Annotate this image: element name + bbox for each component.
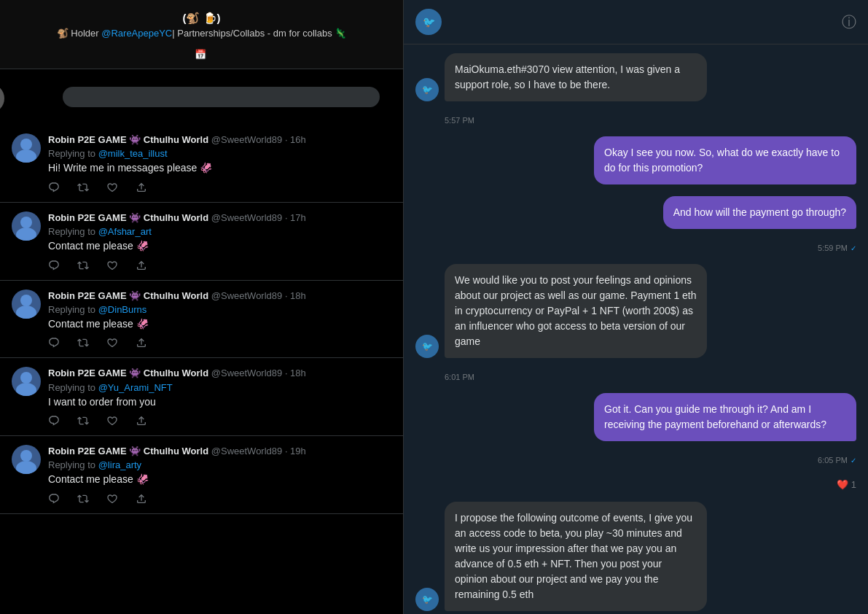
share-action[interactable] <box>136 182 147 193</box>
time-text: 5:59 PM <box>818 244 848 252</box>
tweet-actions <box>48 337 391 349</box>
retweet-action[interactable] <box>77 260 89 271</box>
tweet-reply-to: Replying to @milk_tea_illust <box>48 148 391 159</box>
retweet-action[interactable] <box>77 337 89 349</box>
dm-wrapper: 🐒 <box>12 78 391 116</box>
message-bubble: Okay I see you now. So, what do we exact… <box>594 136 856 184</box>
like-action[interactable] <box>106 415 118 427</box>
tweet-avatar <box>12 133 41 163</box>
tweet-name: Robin P2E GAME 👾 Cthulhu World <box>48 368 208 378</box>
tweet-handle: @SweetWorld89 <box>211 368 283 378</box>
share-action[interactable] <box>136 493 147 505</box>
tweet-item[interactable]: Robin P2E GAME 👾 Cthulhu World @SweetWor… <box>0 358 403 436</box>
tweet-avatar <box>12 445 41 474</box>
message-bubble: MaiOkuma.eth#3070 view attention, I was … <box>445 53 707 101</box>
tweet-handle: @SweetWorld89 <box>211 446 283 456</box>
message-time: 6:01 PM <box>445 373 856 381</box>
tweet-actions <box>48 415 391 427</box>
tweet-time: · 16h <box>285 134 306 145</box>
tweet-content: Robin P2E GAME 👾 Cthulhu World @SweetWor… <box>48 133 391 193</box>
reply-action[interactable] <box>48 182 60 193</box>
tweet-reply-to: Replying to @DinBurns <box>48 304 391 315</box>
calendar-icon: 📅 <box>195 49 206 60</box>
tweet-avatar <box>12 211 41 241</box>
tweet-header: Robin P2E GAME 👾 Cthulhu World @SweetWor… <box>48 133 391 147</box>
time-text: 6:01 PM <box>445 373 474 381</box>
share-action[interactable] <box>136 337 147 349</box>
rare-ape-link[interactable]: @RareApepeYC <box>101 28 172 39</box>
message-reaction: ❤️ 1 <box>415 479 856 490</box>
tweet-time: · 19h <box>285 446 306 456</box>
reply-action[interactable] <box>48 493 60 505</box>
retweet-action[interactable] <box>77 415 89 427</box>
tweet-time: · 18h <box>285 290 306 301</box>
message-row: Got it. Can you guide me through it? And… <box>415 393 856 441</box>
tweet-handle: @SweetWorld89 <box>211 212 283 223</box>
tweet-name: Robin P2E GAME 👾 Cthulhu World <box>48 212 208 223</box>
profile-section: (🐒 🍺) 🐒 Holder @RareApepeYC| Partnership… <box>0 0 403 69</box>
like-action[interactable] <box>106 493 118 505</box>
retweet-action[interactable] <box>77 182 89 193</box>
message-bubble: I propose the following outcome of event… <box>445 502 707 611</box>
tweets-list[interactable]: Robin P2E GAME 👾 Cthulhu World @SweetWor… <box>0 125 403 614</box>
read-receipt: ✓ <box>851 456 856 465</box>
svg-point-5 <box>16 306 36 319</box>
like-action[interactable] <box>106 260 118 271</box>
message-row: And how will the payment go through? <box>415 196 856 229</box>
message-time: 5:57 PM <box>445 116 856 125</box>
message-row: 🐦I propose the following outcome of even… <box>415 502 856 611</box>
message-row: Okay I see you now. So, what do we exact… <box>415 136 856 184</box>
info-icon[interactable]: ⓘ <box>842 12 856 32</box>
reply-action[interactable] <box>48 260 60 271</box>
profile-name: (🐒 🍺) <box>15 12 388 25</box>
tweet-name: Robin P2E GAME 👾 Cthulhu World <box>48 290 208 301</box>
reply-handle[interactable]: @lira_arty <box>98 459 141 470</box>
reply-handle[interactable]: @Afshar_art <box>98 226 152 237</box>
tweet-header: Robin P2E GAME 👾 Cthulhu World @SweetWor… <box>48 289 391 303</box>
tweet-text: Hi! Write me in messages please 🦑 <box>48 161 391 176</box>
tweet-text: I want to order from you <box>48 395 391 410</box>
dm-bubble <box>63 87 380 107</box>
message-bubble: And how will the payment go through? <box>663 196 856 229</box>
share-action[interactable] <box>136 260 147 271</box>
reply-handle[interactable]: @DinBurns <box>98 304 147 315</box>
tweet-header: Robin P2E GAME 👾 Cthulhu World @SweetWor… <box>48 211 391 225</box>
retweet-action[interactable] <box>77 493 89 505</box>
tweet-item[interactable]: Robin P2E GAME 👾 Cthulhu World @SweetWor… <box>0 203 403 281</box>
svg-point-3 <box>16 228 36 241</box>
right-panel: 🐦 ⓘ 🐦MaiOkuma.eth#3070 view attention, I… <box>404 0 868 614</box>
share-action[interactable] <box>136 415 147 427</box>
reply-action[interactable] <box>48 337 60 349</box>
reply-handle[interactable]: @milk_tea_illust <box>98 148 168 159</box>
chat-messages[interactable]: 🐦MaiOkuma.eth#3070 view attention, I was… <box>404 44 868 614</box>
read-receipt: ✓ <box>851 244 856 252</box>
tweet-actions <box>48 493 391 505</box>
tweet-handle: @SweetWorld89 <box>211 134 283 145</box>
svg-point-8 <box>20 450 32 462</box>
svg-point-2 <box>20 217 32 228</box>
like-action[interactable] <box>106 182 118 193</box>
tweet-item[interactable]: Robin P2E GAME 👾 Cthulhu World @SweetWor… <box>0 281 403 359</box>
tweet-item[interactable]: Robin P2E GAME 👾 Cthulhu World @SweetWor… <box>0 436 403 514</box>
like-action[interactable] <box>106 337 118 349</box>
chat-header-avatar: 🐦 <box>415 9 442 35</box>
tweet-header: Robin P2E GAME 👾 Cthulhu World @SweetWor… <box>48 367 391 380</box>
message-avatar: 🐦 <box>415 588 439 611</box>
message-time: 5:59 PM✓ <box>415 244 856 252</box>
tweet-reply-to: Replying to @Afshar_art <box>48 226 391 237</box>
svg-point-4 <box>20 295 32 306</box>
tweet-text: Contact me please 🦑 <box>48 473 391 487</box>
tweet-content: Robin P2E GAME 👾 Cthulhu World @SweetWor… <box>48 445 391 505</box>
message-bubble: Got it. Can you guide me through it? And… <box>594 393 856 441</box>
tweet-text: Contact me please 🦑 <box>48 239 391 254</box>
message-avatar: 🐦 <box>415 335 439 358</box>
profile-bio: 🐒 Holder @RareApepeYC| Partnerships/Coll… <box>15 28 388 39</box>
reply-handle[interactable]: @Yu_Arami_NFT <box>98 382 173 393</box>
tweet-actions <box>48 260 391 271</box>
message-row: 🐦MaiOkuma.eth#3070 view attention, I was… <box>415 53 856 101</box>
tweet-avatar <box>12 367 41 396</box>
tweet-reply-to: Replying to @Yu_Arami_NFT <box>48 382 391 393</box>
reply-action[interactable] <box>48 415 60 427</box>
profile-joined: 📅 <box>15 49 388 60</box>
tweet-item[interactable]: Robin P2E GAME 👾 Cthulhu World @SweetWor… <box>0 125 403 203</box>
